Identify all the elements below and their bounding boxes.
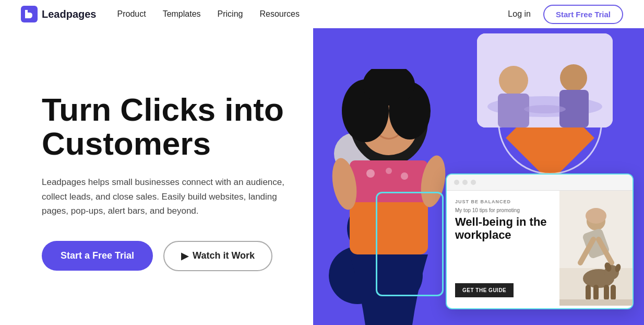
mobile-frame [376,192,444,296]
nav-templates[interactable]: Templates [163,9,201,19]
team-photo [477,33,613,127]
svg-rect-32 [593,285,599,300]
hero-cta-primary[interactable]: Start a Free Trial [42,241,153,271]
hero-description: Leadpages helps small businesses connect… [42,175,292,218]
team-meeting-card [477,33,613,127]
login-link[interactable]: Log in [508,9,531,19]
browser-dot-2 [462,180,468,185]
svg-point-12 [366,169,375,178]
hero-cta-secondary[interactable]: ▶ Watch it Work [163,241,272,271]
hero-title: Turn Clicks into Customers [42,92,292,160]
navbar: Leadpages Product Templates Pricing Reso… [0,0,644,28]
nav-right: Log in Start Free Trial [508,5,623,24]
hero-right: Just Be Balanced My top 10 tips for prom… [313,28,644,325]
browser-dot-3 [471,180,476,185]
svg-point-23 [586,208,606,224]
svg-rect-31 [586,285,591,300]
svg-rect-34 [611,285,616,300]
brand-name: Leadpages [42,8,96,20]
landing-card-image [559,191,633,306]
hero-buttons: Start a Free Trial ▶ Watch it Work [42,241,292,271]
landing-page-card: Just Be Balanced My top 10 tips for prom… [446,173,634,309]
landing-card-text: Just Be Balanced My top 10 tips for prom… [447,191,559,306]
nav-links: Product Templates Pricing Resources [117,9,508,19]
landing-card-title: Well-being in the workplace [455,215,551,242]
hero-section: Turn Clicks into Customers Leadpages hel… [0,28,644,325]
landing-card-body: Just Be Balanced My top 10 tips for prom… [447,191,633,306]
svg-point-3 [499,66,528,95]
svg-rect-35 [559,299,633,306]
nav-start-trial-button[interactable]: Start Free Trial [543,5,623,24]
landing-card-tag: Just Be Balanced [455,199,551,204]
nav-product[interactable]: Product [117,9,146,19]
svg-point-5 [560,64,587,91]
svg-point-14 [401,172,408,180]
landing-card-cta[interactable]: Get the Guide [455,283,514,297]
hero-left: Turn Clicks into Customers Leadpages hel… [0,28,313,325]
svg-point-7 [524,105,566,113]
play-icon: ▶ [181,250,188,262]
logo-icon [21,6,38,22]
nav-resources[interactable]: Resources [259,9,299,19]
svg-point-13 [386,168,392,174]
yoga-illustration [559,191,633,306]
browser-header [447,175,633,191]
browser-dot-1 [454,180,459,185]
svg-rect-33 [604,285,609,300]
landing-card-subtitle: My top 10 tips for promoting [455,207,551,213]
watch-it-work-label: Watch it Work [193,250,255,261]
svg-rect-4 [498,94,529,127]
logo[interactable]: Leadpages [21,6,96,22]
nav-pricing[interactable]: Pricing [218,9,243,19]
